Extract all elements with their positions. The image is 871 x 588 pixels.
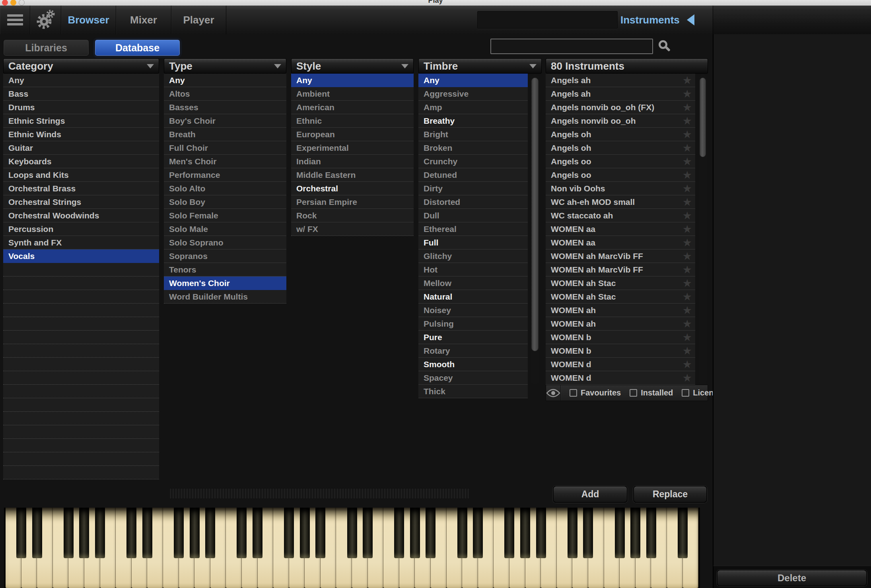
style-list-item[interactable]: European: [291, 128, 414, 141]
piano-black-key[interactable]: [583, 508, 593, 558]
style-list-item[interactable]: Orchestral: [291, 182, 414, 195]
style-list-item[interactable]: Persian Empire: [291, 195, 414, 209]
piano-black-key[interactable]: [237, 508, 247, 558]
favourite-star-icon[interactable]: ★: [682, 209, 692, 222]
favourite-star-icon[interactable]: ★: [682, 223, 692, 236]
favourite-star-icon[interactable]: ★: [682, 169, 692, 181]
type-list-item[interactable]: Solo Female: [164, 209, 286, 222]
filter-checkbox-installed[interactable]: Installed: [630, 388, 673, 397]
type-list-item[interactable]: Basses: [164, 101, 286, 114]
piano-black-key[interactable]: [126, 508, 136, 558]
type-list-item[interactable]: Word Builder Multis: [164, 290, 286, 304]
favourite-star-icon[interactable]: ★: [682, 372, 692, 384]
type-list-item[interactable]: Any: [164, 74, 286, 87]
instruments-scrollbar-thumb[interactable]: [700, 78, 706, 157]
favourite-star-icon[interactable]: ★: [682, 196, 692, 208]
favourite-star-icon[interactable]: ★: [682, 88, 692, 100]
delete-button[interactable]: Delete: [717, 570, 867, 586]
triangle-left-icon[interactable]: [687, 14, 694, 25]
type-list-item[interactable]: Boy's Choir: [164, 114, 286, 128]
piano-black-key[interactable]: [410, 508, 420, 558]
category-list-item[interactable]: Orchestral Woodwinds: [3, 209, 159, 222]
type-list-item[interactable]: Solo Male: [164, 222, 286, 236]
style-list-item[interactable]: Indian: [291, 155, 414, 168]
piano-black-key[interactable]: [394, 508, 404, 558]
replace-button[interactable]: Replace: [633, 486, 707, 503]
instrument-row[interactable]: WOMEN ah★: [546, 317, 695, 331]
category-list-item[interactable]: Guitar: [3, 141, 159, 155]
category-list-item[interactable]: Loops and Kits: [3, 168, 159, 182]
favourite-star-icon[interactable]: ★: [682, 290, 692, 303]
instrument-row[interactable]: Angels oh★: [546, 141, 695, 155]
instrument-row[interactable]: Angels nonvib oo_oh (FX)★: [546, 101, 695, 114]
type-list-item[interactable]: Solo Soprano: [164, 236, 286, 249]
timbre-list-item[interactable]: Glitchy: [418, 249, 528, 263]
category-list-item[interactable]: Vocals: [3, 249, 159, 263]
category-list-item[interactable]: Synth and FX: [3, 236, 159, 249]
piano-black-key[interactable]: [363, 508, 373, 558]
filter-checkbox-favourites[interactable]: Favourites: [570, 388, 621, 397]
piano-black-key[interactable]: [630, 508, 640, 558]
timbre-list-item[interactable]: Mellow: [418, 276, 528, 290]
style-list-item[interactable]: w/ FX: [291, 222, 414, 236]
timbre-list-item[interactable]: Distorted: [418, 195, 528, 209]
favourite-star-icon[interactable]: ★: [682, 250, 692, 263]
piano-black-key[interactable]: [536, 508, 546, 558]
piano-black-key[interactable]: [473, 508, 483, 558]
piano-black-key[interactable]: [678, 508, 688, 558]
instrument-row[interactable]: WOMEN ah Stac★: [546, 290, 695, 304]
timbre-list-item[interactable]: Crunchy: [418, 155, 528, 168]
style-list-item[interactable]: American: [291, 101, 414, 114]
style-list-item[interactable]: Rock: [291, 209, 414, 222]
piano-black-key[interactable]: [300, 508, 310, 558]
favourite-star-icon[interactable]: ★: [682, 345, 692, 357]
timbre-list-item[interactable]: Ethereal: [418, 222, 528, 236]
timbre-list-item[interactable]: Spacey: [418, 371, 528, 385]
timbre-list-item[interactable]: Bright: [418, 128, 528, 141]
instrument-row[interactable]: WOMEN b★: [546, 344, 695, 358]
piano-black-key[interactable]: [16, 508, 26, 558]
style-list-item[interactable]: Ethnic: [291, 114, 414, 128]
style-column-header[interactable]: Style: [291, 58, 414, 74]
instrument-row[interactable]: WOMEN d★: [546, 371, 695, 385]
piano-black-key[interactable]: [142, 508, 152, 558]
piano-black-key[interactable]: [253, 508, 262, 558]
tab-libraries[interactable]: Libraries: [3, 39, 89, 56]
piano-black-key[interactable]: [426, 508, 436, 558]
timbre-list-item[interactable]: Detuned: [418, 168, 528, 182]
timbre-list-item[interactable]: Hot: [418, 263, 528, 276]
timbre-list-item[interactable]: Any: [418, 74, 528, 87]
style-list-item[interactable]: Experimental: [291, 141, 414, 155]
style-list-item[interactable]: Ambient: [291, 87, 414, 101]
piano-black-key[interactable]: [79, 508, 89, 558]
timbre-list-item[interactable]: Natural: [418, 290, 528, 304]
search-input[interactable]: [490, 39, 653, 54]
piano-black-key[interactable]: [32, 508, 42, 558]
timbre-list-item[interactable]: Dirty: [418, 182, 528, 195]
instrument-row[interactable]: WC ah-eh MOD small★: [546, 195, 695, 209]
category-list-item[interactable]: Ethnic Winds: [3, 128, 159, 141]
timbre-list-item[interactable]: Full: [418, 236, 528, 249]
type-list-item[interactable]: Altos: [164, 87, 286, 101]
timbre-column-header[interactable]: Timbre: [418, 58, 542, 74]
tab-database[interactable]: Database: [95, 39, 180, 56]
piano-black-key[interactable]: [347, 508, 357, 558]
piano-black-key[interactable]: [95, 508, 105, 558]
search-icon[interactable]: [659, 40, 667, 49]
ribbed-slider[interactable]: [169, 488, 469, 499]
type-list-item[interactable]: Performance: [164, 168, 286, 182]
instrument-row[interactable]: WOMEN aa★: [546, 236, 695, 249]
visibility-toggle-button[interactable]: [546, 385, 561, 401]
timbre-list-item[interactable]: Dull: [418, 209, 528, 222]
piano-black-key[interactable]: [568, 508, 577, 558]
menu-button[interactable]: [0, 6, 30, 34]
type-list-item[interactable]: Full Choir: [164, 141, 286, 155]
piano-black-key[interactable]: [457, 508, 467, 558]
favourite-star-icon[interactable]: ★: [682, 277, 692, 290]
favourite-star-icon[interactable]: ★: [682, 331, 692, 344]
piano-black-key[interactable]: [284, 508, 294, 558]
favourite-star-icon[interactable]: ★: [682, 182, 692, 195]
instrument-row[interactable]: Angels oo★: [546, 155, 695, 168]
favourite-star-icon[interactable]: ★: [682, 74, 692, 87]
piano-black-key[interactable]: [504, 508, 514, 558]
